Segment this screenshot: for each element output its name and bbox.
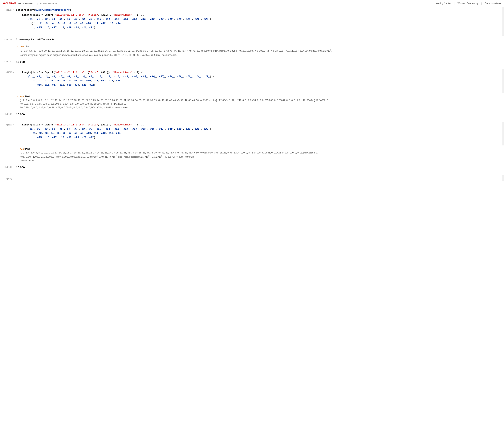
out132-content: 10 000 [15,111,504,118]
notebook-content: In[129]:= SetDirectory[$UserDocumentsDir… [0,7,504,181]
cell-in132: In[132]:= Length[data2 = Import["allStar… [0,69,504,93]
cell-out132: Out[132]= 10 000 [0,111,504,118]
in134-label: In[134]:= [0,175,15,179]
part-warning-1: ··· Part: Part {1, 2, 3, 4, 5, 6, 7, 8, … [15,44,504,58]
in129-line6: ] [22,30,499,34]
spacer-3 [0,171,504,175]
part-warning-2-line3: A0, 0.294, 0, 0, 0, 2.35, 0, 0, 0, 381.4… [20,106,503,109]
in133-line3: {c1, c2, c3, c4, c5, c6, c7, c8, c9, c10… [31,131,499,135]
separator-1: | [454,2,454,5]
part-warning-3-header: ··· Part: Part [17,147,503,151]
navbar-brand: WOLFRAM MATHEMATICA | HOME EDITION [3,2,57,5]
part-name-3: Part [25,148,30,150]
out130-value: 10 000 [16,60,25,63]
part-warning-2-line1: {1, 2, 3, 4, 5, 6, 7, 8, 9, 10, 11, 12, … [20,99,503,102]
in132-line4: , c15, c16, c17, c18, c19, c20, c21, c22… [34,83,499,87]
in132-line3: {c1, c2, c3, c4, c5, c6, c7, c8, c9, c10… [31,79,499,83]
out133-content: 10 000 [15,164,504,171]
wolfram-logo: WOLFRAM MATHEMATICA [3,2,36,5]
part-warning-2-line2: A0, 0.09, 0, 0, 0, 1.65, 0, 0, 0, 690.20… [20,102,503,106]
out129-value: /Users/josephkarpinski/Documents [16,38,54,41]
out133-label: Out[133]= [0,164,15,168]
in129-content[interactable]: SetDirectory[$UserDocumentsDirectory] Le… [15,7,502,36]
in133-label: In[133]:= [0,122,15,126]
part-warning-3-line3: does not exist. [20,159,503,162]
out132-value: 10 000 [16,113,25,116]
separator-pipe: | [37,2,38,5]
out130-label: Out[130]= [0,58,15,63]
in129-label: In[129]:= [0,7,15,11]
in132-bracket [502,69,504,93]
out133-value: 10 000 [16,166,25,169]
cell-out133: Out[133]= 10 000 [0,164,504,171]
part-tag-2: Part [20,95,24,98]
out132-label: Out[132]= [0,111,15,115]
in129-line5: , c15, c16, c17, c18, c19, c20, c21, c22… [34,26,499,30]
in129-line3: {c1_, c2_, c3_, c4_, c5_, c6_, c7_, c8_,… [28,17,499,21]
in129-bracket [502,7,504,36]
in132-label: In[132]:= [0,69,15,73]
cell-out129: Out[129]= /Users/josephkarpinski/Documen… [0,36,504,43]
part-tag-3: Part [20,148,24,150]
demonstrations-link[interactable]: Demonstrations [485,2,501,5]
cell-in134: In[134]:= [0,175,504,181]
dots-icon-2: ··· [17,95,18,98]
navbar: WOLFRAM MATHEMATICA | HOME EDITION Learn… [0,0,504,7]
part-warning-1-header: ··· Part: Part [17,45,503,48]
separator-2: | [481,2,482,5]
part-tag-1: Part [20,45,25,48]
in134-bracket [502,175,504,181]
in132-content[interactable]: Length[data2 = Import["allStars2_11_2.cs… [15,69,502,93]
in133-line2: {c1_, c2_, c3_, c4_, c5_, c6_, c7_, c8_,… [28,127,499,131]
dots-icon-3: ··· [17,148,18,150]
in133-line1: Length[data3 = Import["allStars3_11_2.cs… [16,123,499,127]
mathematica-text: MATHEMATICA [18,2,36,5]
spacer-1 [0,66,504,69]
in133-content[interactable]: Length[data3 = Import["allStars3_11_2.cs… [15,122,502,145]
cell-in129: In[129]:= SetDirectory[$UserDocumentsDir… [0,7,504,36]
in133-line5: ] [22,140,499,144]
in133-line4: , c15, c16, c17, c18, c19, c20, c21, c22… [34,135,499,140]
part-name-2: Part [25,95,30,98]
cell-in133: In[133]:= Length[data3 = Import["allStar… [0,122,504,145]
part-name-1: Part [26,45,30,48]
part-warning-2: ··· Part: Part {1, 2, 3, 4, 5, 6, 7, 8, … [15,94,504,110]
spacer-2 [0,118,504,122]
learning-center-link[interactable]: Learning Center [434,2,451,5]
in132-line5: ] [22,87,499,91]
in133-bracket [502,122,504,145]
part-warning-2-header: ··· Part: Part [17,95,503,98]
part-warning-3-line1: {1, 2, 3, 4, 5, 6, 7, 8, 9, 10, 11, 12, … [20,151,503,155]
part-warning-1-line1: {1, 2, 3, 4, 5, 6, 7, 8, 9, 10, 11, 12, … [20,49,503,53]
part-warning-1-line2: carbon-oxygen or oxygen-neon-magnesium w… [20,53,503,57]
part-warning-3: ··· Part: Part {1, 2, 3, 4, 5, 6, 7, 8, … [15,147,504,163]
out129-label: Out[129]= [0,36,15,41]
out130-content: 10 000 [15,58,504,66]
in132-line2: {c1_, c2_, c3_, c4_, c5_, c6_, c7_, c8_,… [28,74,499,79]
part-warning-3-line2: A0Ia, 0.346, 12000., 21., 200000., −8.97… [20,155,503,159]
in132-line1: Length[data2 = Import["allStars2_11_2.cs… [16,70,499,74]
in134-content[interactable] [15,175,502,181]
in129-line2: Length[data1 = Import["allStars1_11_2.cs… [16,13,499,17]
navbar-links: Learning Center | Wolfram Community | De… [434,2,501,5]
edition-text: HOME EDITION [40,2,57,5]
out129-content: /Users/josephkarpinski/Documents [15,36,504,43]
in129-line4: {c1, c2, c3, c4, c5, c6, c7, c8, c9, c10… [31,21,499,26]
wolfram-community-link[interactable]: Wolfram Community [457,2,478,5]
dots-icon-1: ··· [17,45,19,48]
cell-out130: Out[130]= 10 000 [0,58,504,66]
wolfram-text: WOLFRAM [3,2,16,5]
in129-line1: SetDirectory[$UserDocumentsDirectory] [16,8,499,12]
